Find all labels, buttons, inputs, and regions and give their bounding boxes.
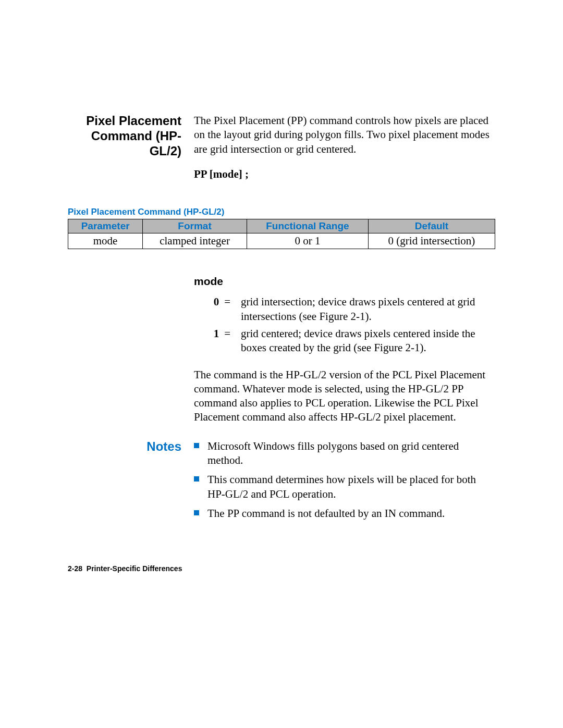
mode-eq: = bbox=[224, 295, 230, 308]
footer-page: 2-28 bbox=[68, 564, 82, 573]
title-line-2: Command (HP-GL/2) bbox=[91, 129, 181, 158]
section-title: Pixel Placement Command (HP-GL/2) bbox=[68, 114, 181, 158]
td-parameter: mode bbox=[68, 233, 143, 249]
mode-paragraph: The command is the HP-GL/2 version of th… bbox=[194, 368, 495, 425]
note-item: The PP command is not defaulted by an IN… bbox=[194, 507, 495, 521]
section-description: The Pixel Placement (PP) command control… bbox=[194, 114, 495, 158]
notes-label: Notes bbox=[68, 439, 181, 526]
table-header-row: Parameter Format Functional Range Defaul… bbox=[68, 219, 495, 233]
title-line-1: Pixel Placement bbox=[86, 114, 181, 128]
mode-key-1: 1= bbox=[194, 327, 241, 355]
section-header: Pixel Placement Command (HP-GL/2) The Pi… bbox=[68, 114, 495, 158]
th-range: Functional Range bbox=[247, 219, 368, 233]
th-format: Format bbox=[143, 219, 247, 233]
mode-num: 0 bbox=[214, 295, 219, 308]
footer-section: Printer-Specific Differences bbox=[87, 564, 182, 573]
note-item: Microsoft Windows fills polygons based o… bbox=[194, 439, 495, 468]
mode-definition-1: 1= grid centered; device draws pixels ce… bbox=[194, 327, 495, 355]
td-range: 0 or 1 bbox=[247, 233, 368, 249]
mode-eq: = bbox=[224, 327, 230, 340]
mode-label: mode bbox=[194, 275, 495, 288]
mode-section: mode 0= grid intersection; device draws … bbox=[194, 275, 495, 424]
command-syntax: PP [mode] ; bbox=[194, 168, 495, 181]
table-row: mode clamped integer 0 or 1 0 (grid inte… bbox=[68, 233, 495, 249]
mode-definition-0: 0= grid intersection; device draws pixel… bbox=[194, 295, 495, 324]
mode-text-0: grid intersection; device draws pixels c… bbox=[241, 295, 495, 324]
page-footer: 2-28 Printer-Specific Differences bbox=[68, 564, 182, 573]
document-page: Pixel Placement Command (HP-GL/2) The Pi… bbox=[0, 0, 563, 526]
td-format: clamped integer bbox=[143, 233, 247, 249]
mode-key-0: 0= bbox=[194, 295, 241, 324]
table-caption: Pixel Placement Command (HP-GL/2) bbox=[68, 207, 495, 217]
parameter-table: Parameter Format Functional Range Defaul… bbox=[68, 219, 495, 249]
notes-list: Microsoft Windows fills polygons based o… bbox=[194, 439, 495, 526]
th-default: Default bbox=[368, 219, 495, 233]
mode-text-1: grid centered; device draws pixels cente… bbox=[241, 327, 495, 355]
notes-section: Notes Microsoft Windows fills polygons b… bbox=[68, 439, 495, 526]
th-parameter: Parameter bbox=[68, 219, 143, 233]
mode-num: 1 bbox=[214, 327, 219, 340]
note-item: This command determines how pixels will … bbox=[194, 473, 495, 501]
td-default: 0 (grid intersection) bbox=[368, 233, 495, 249]
